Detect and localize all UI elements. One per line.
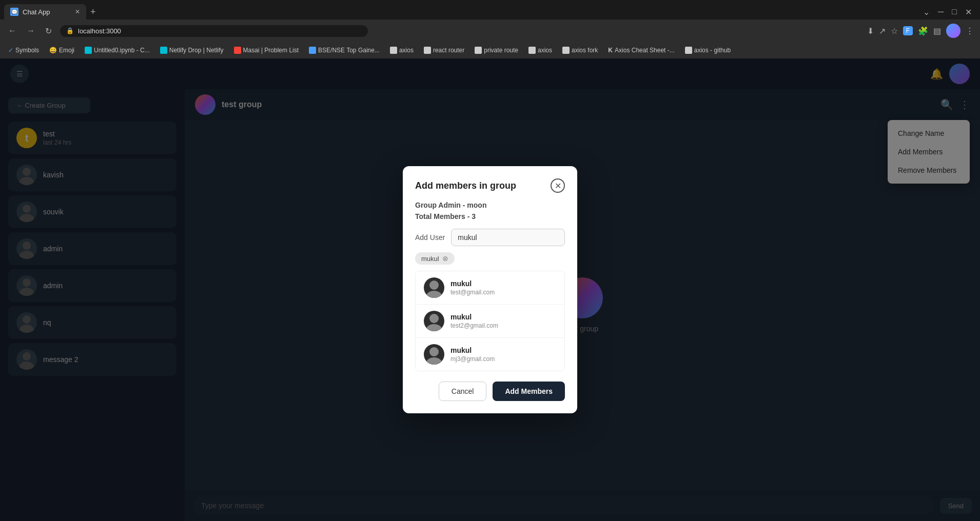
result-item[interactable]: mukul test2@gmail.com — [416, 305, 564, 338]
result-name: mukul — [450, 313, 556, 321]
profile-avatar[interactable] — [946, 24, 961, 38]
add-user-row: Add User — [415, 229, 565, 246]
result-avatar — [424, 311, 444, 331]
result-info: mukul mj3@gmail.com — [450, 346, 556, 363]
tag-label: mukul — [421, 255, 439, 263]
search-results: mukul test@gmail.com mukul — [415, 271, 565, 371]
bookmark-axios2[interactable]: axios — [524, 46, 556, 55]
modal-title: Add members in group — [415, 181, 516, 191]
total-members-info: Total Members - 3 — [415, 212, 565, 221]
total-members-label: Total Members - — [415, 212, 472, 221]
add-members-modal: Add members in group ✕ Group Admin - moo… — [403, 166, 577, 413]
extension-icon[interactable]: F — [903, 26, 913, 35]
bookmark-netlify[interactable]: Netlify Drop | Netlify — [156, 46, 228, 55]
window-controls: ⌄ ─ □ ✕ — [923, 7, 976, 17]
svg-point-12 — [429, 280, 439, 290]
result-avatar — [424, 344, 444, 365]
maximize-button[interactable]: □ — [952, 7, 957, 17]
puzzle-icon[interactable]: 🧩 — [918, 26, 928, 36]
modal-form: Add User mukul ⊗ — [415, 229, 565, 371]
avatar-person-icon — [424, 311, 444, 331]
reload-button[interactable]: ↻ — [43, 24, 54, 38]
result-name: mukul — [450, 279, 556, 288]
bookmark-icon[interactable]: ☆ — [891, 26, 898, 36]
cancel-button[interactable]: Cancel — [439, 382, 487, 401]
bookmark-masai[interactable]: Masai | Problem List — [230, 46, 303, 55]
svg-point-15 — [426, 324, 442, 331]
avatar-person-icon — [424, 277, 444, 298]
bookmark-axios-cheat[interactable]: K Axios Cheat Sheet -... — [604, 46, 678, 55]
bookmark-axios-fork[interactable]: axios fork — [558, 46, 602, 55]
modal-header: Add members in group ✕ — [415, 178, 565, 193]
bookmark-axios1[interactable]: axios — [386, 46, 418, 55]
tab-list-button[interactable]: ⌄ — [923, 7, 930, 17]
group-admin-value: moon — [467, 201, 486, 209]
svg-point-17 — [426, 357, 442, 365]
lock-icon: 🔒 — [66, 27, 74, 34]
bookmark-emoji[interactable]: 😀 Emoji — [45, 46, 79, 55]
result-name: mukul — [450, 346, 556, 354]
modal-close-button[interactable]: ✕ — [551, 178, 565, 193]
close-button[interactable]: ✕ — [965, 7, 972, 17]
browser-chrome: 💬 Chat App ✕ + ⌄ ─ □ ✕ ← → ↻ 🔒 localhost… — [0, 0, 980, 58]
app-container: ☰ 🔔 ← Create Group t test last 24 hrs — [0, 58, 980, 521]
svg-point-13 — [426, 291, 442, 298]
bookmark-untitled[interactable]: Untitled0.ipynb - C... — [81, 46, 154, 55]
avatar-person-icon — [424, 344, 444, 365]
result-avatar — [424, 277, 444, 298]
download-icon[interactable]: ⬇ — [867, 26, 874, 36]
back-button[interactable]: ← — [6, 24, 18, 37]
tab-favicon: 💬 — [10, 8, 18, 16]
result-info: mukul test@gmail.com — [450, 279, 556, 296]
group-admin-label: Group Admin - — [415, 201, 467, 209]
tab-title: Chat App — [23, 8, 71, 16]
result-email: mj3@gmail.com — [450, 355, 556, 363]
result-email: test@gmail.com — [450, 289, 556, 296]
tab-close-button[interactable]: ✕ — [75, 8, 80, 15]
add-members-button[interactable]: Add Members — [493, 382, 565, 401]
add-user-input[interactable] — [451, 229, 565, 246]
minimize-button[interactable]: ─ — [938, 7, 944, 17]
bookmark-private-route[interactable]: private route — [471, 46, 522, 55]
url-bar[interactable]: 🔒 localhost:3000 — [60, 25, 368, 37]
selected-tags: mukul ⊗ — [415, 252, 565, 265]
share-icon[interactable]: ↗ — [879, 26, 886, 36]
url-text: localhost:3000 — [78, 27, 121, 35]
bookmark-bse[interactable]: BSE/NSE Top Gaine... — [305, 46, 384, 55]
result-info: mukul test2@gmail.com — [450, 313, 556, 329]
close-icon: ✕ — [555, 181, 561, 191]
more-button[interactable]: ⋮ — [966, 26, 974, 36]
result-email: test2@gmail.com — [450, 322, 556, 329]
result-item[interactable]: mukul test@gmail.com — [416, 271, 564, 305]
address-bar: ← → ↻ 🔒 localhost:3000 ⬇ ↗ ☆ F 🧩 ▤ ⋮ — [0, 19, 980, 42]
forward-button[interactable]: → — [25, 24, 37, 37]
add-user-label: Add User — [415, 233, 445, 242]
result-item[interactable]: mukul mj3@gmail.com — [416, 338, 564, 371]
bookmark-symbols[interactable]: ✓ Symbols — [4, 46, 43, 55]
modal-actions: Cancel Add Members — [415, 382, 565, 401]
svg-point-16 — [429, 347, 439, 356]
modal-overlay: Add members in group ✕ Group Admin - moo… — [0, 58, 980, 521]
group-admin-info: Group Admin - moon — [415, 201, 565, 209]
svg-point-14 — [429, 314, 439, 323]
bookmark-axios-github[interactable]: axios - github — [681, 46, 735, 55]
tag-remove-button[interactable]: ⊗ — [442, 254, 448, 263]
selected-tag: mukul ⊗ — [415, 252, 455, 265]
new-tab-button[interactable]: + — [90, 7, 96, 17]
tab-bar: 💬 Chat App ✕ + ⌄ ─ □ ✕ — [0, 0, 980, 19]
address-bar-icons: ⬇ ↗ ☆ F 🧩 ▤ ⋮ — [867, 24, 974, 38]
total-members-value: 3 — [472, 212, 476, 221]
bookmark-react-router[interactable]: react router — [420, 46, 468, 55]
sidebar-toggle[interactable]: ▤ — [933, 26, 941, 36]
bookmarks-bar: ✓ Symbols 😀 Emoji Untitled0.ipynb - C...… — [0, 42, 980, 58]
active-tab[interactable]: 💬 Chat App ✕ — [4, 4, 86, 19]
